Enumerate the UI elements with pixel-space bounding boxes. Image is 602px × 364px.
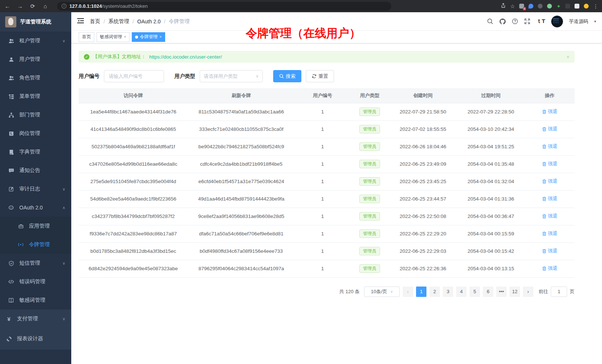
goto-page-input[interactable] [551, 287, 567, 297]
sidebar-item-label: 岗位管理 [19, 130, 65, 137]
actions-cell: 强退 [525, 173, 575, 190]
cmd-extension-icon[interactable] [538, 4, 543, 9]
kite-extension-icon[interactable] [529, 4, 533, 9]
page-button-12[interactable]: 12 [510, 287, 520, 297]
force-logout-button[interactable]: 强退 [542, 230, 557, 237]
goto-suffix: 页 [570, 288, 575, 295]
forward-icon[interactable]: → [16, 3, 24, 9]
sidebar-item-audit[interactable]: 审计日志 ∨ [0, 180, 71, 198]
tab-sensitive-words[interactable]: 敏感词管理 × [96, 32, 130, 42]
sidebar-item-menu[interactable]: 菜单管理 [0, 87, 71, 106]
tab-token-management[interactable]: 令牌管理 × [132, 32, 165, 42]
page-button-5[interactable]: 5 [470, 287, 480, 297]
search-icon[interactable] [487, 18, 493, 24]
sidebar-item-sms[interactable]: 短信管理 ∨ [0, 254, 71, 272]
close-icon[interactable]: × [160, 35, 162, 39]
active-dot-icon [135, 36, 138, 39]
table-row: b0d1785bc3a8482f812db4a3f3bd15ecb0df4980… [79, 242, 575, 260]
menu-kebab-icon[interactable]: ⋮ [593, 3, 598, 9]
tab-label: 敏感词管理 [100, 34, 122, 40]
breadcrumb-oauth[interactable]: OAuth 2.0 [137, 19, 161, 24]
bookmark-star-icon[interactable]: ☆ [510, 3, 515, 9]
share-icon[interactable] [501, 3, 506, 9]
force-logout-button[interactable]: 强退 [542, 213, 557, 219]
help-icon[interactable] [512, 18, 518, 24]
username[interactable]: 芋道源码 [569, 18, 588, 25]
org-icon [8, 112, 14, 118]
sidebar-item-report[interactable]: 报表设计器 [0, 328, 71, 350]
sidebar-item-user[interactable]: 用户管理 [0, 50, 71, 69]
page-button-6[interactable]: 6 [483, 287, 493, 297]
table-row: 54d6be82ee5a460a9aedc1f9bf22365649d1aa46… [79, 190, 575, 208]
reload-icon[interactable]: ⟳ [29, 3, 36, 10]
force-logout-button[interactable]: 强退 [542, 126, 557, 132]
pin-extension-icon[interactable] [565, 4, 570, 9]
force-logout-button[interactable]: 强退 [542, 195, 557, 202]
sidebar-item-oauth-token[interactable]: 令牌管理 [0, 235, 71, 254]
access-token-cell: f9336e7c7dd242a283ee98dc86b17a87 [79, 225, 188, 242]
actions-cell: 强退 [525, 242, 575, 260]
page-button-3[interactable]: 3 [443, 287, 453, 297]
user-type-select[interactable]: 请选择用户类型 ∨ [200, 70, 263, 82]
search-button[interactable]: 搜索 [273, 70, 301, 82]
app-logo[interactable]: 芋道管理系统 [0, 12, 71, 32]
sidepanel-icon[interactable] [575, 4, 579, 9]
tab-home[interactable]: 首页 [79, 32, 94, 42]
force-logout-button[interactable]: 强退 [542, 248, 557, 254]
alert-close-icon[interactable]: × [566, 54, 569, 60]
force-logout-button[interactable]: 强退 [542, 265, 557, 272]
user-id-input[interactable] [104, 70, 164, 82]
sidebar-item-dept[interactable]: 部门管理 [0, 106, 71, 124]
sidebar-item-post[interactable]: 岗位管理 [0, 124, 71, 143]
close-icon[interactable]: × [124, 35, 126, 39]
url-bar[interactable]: i 127.0.0.1:1024/system/oauth2/token [57, 2, 391, 11]
user-avatar[interactable] [551, 16, 563, 27]
page-button-2[interactable]: 2 [429, 287, 440, 297]
created-cell: 2022-06-26 18:04:46 [389, 138, 457, 155]
page-ellipsis[interactable]: ••• [496, 287, 507, 297]
fullscreen-icon[interactable] [524, 18, 530, 24]
sidebar-item-notice[interactable]: 通知公告 [0, 161, 71, 180]
site-info-icon[interactable]: i [62, 4, 66, 9]
sidebar-item-role[interactable]: 角色管理 [0, 69, 71, 87]
user-type-badge: 管理员 [359, 142, 380, 151]
home-icon[interactable]: ⌂ [42, 3, 49, 9]
force-logout-button[interactable]: 强退 [542, 178, 557, 185]
alert-doc-link[interactable]: https://doc.iocoder.cn/user-center/ [149, 54, 222, 60]
table-row: 275e5de9151045fe87cbdc395e004f4de6cfd40e… [79, 173, 575, 190]
access-token-cell: 41c41346a548490f9dc8b01c6bfe0865 [79, 120, 188, 138]
user-id-cell: 1 [295, 173, 350, 190]
force-logout-button[interactable]: 强退 [542, 143, 557, 150]
actions-cell: 强退 [525, 155, 575, 173]
reset-button[interactable]: 重置 [306, 70, 334, 82]
next-page-button[interactable]: › [523, 287, 533, 297]
star-extension-icon[interactable]: ✦ [556, 3, 561, 9]
page-button-1[interactable]: 1 [416, 287, 426, 297]
force-logout-button[interactable]: 强退 [542, 161, 557, 167]
breadcrumb-home[interactable]: 首页 [90, 18, 100, 25]
force-logout-button[interactable]: 强退 [542, 108, 557, 115]
page-size-select[interactable]: 10条/页 ∨ [364, 287, 400, 297]
sidebar-item-errcode[interactable]: 错误码管理 [0, 272, 71, 291]
prev-page-button[interactable]: ‹ [403, 287, 413, 297]
sidebar-collapse-icon[interactable] [77, 18, 84, 25]
back-icon[interactable]: ← [4, 3, 11, 9]
col-refresh-token: 刷新令牌 [188, 88, 295, 103]
caret-down-icon[interactable]: ▾ [594, 19, 596, 23]
sidebar-item-oauth-app[interactable]: 应用管理 [0, 217, 71, 235]
sidebar-item-label: 短信管理 [19, 260, 62, 267]
sidebar-item-dict[interactable]: 字典管理 [0, 143, 71, 161]
tree-icon [8, 93, 14, 99]
github-icon[interactable] [499, 18, 506, 25]
sidebar-item-tenant[interactable]: 租户管理 ∨ [0, 32, 71, 50]
profile-avatar-icon[interactable] [584, 4, 589, 9]
page-button-4[interactable]: 4 [456, 287, 467, 297]
sidebar-item-oauth[interactable]: OAuth 2.0 ∧ [0, 198, 71, 217]
sidebar-item-sensitive[interactable]: 敏感词管理 [0, 291, 71, 310]
font-size-icon[interactable]: ｔT [536, 18, 545, 25]
sidebar-item-pay[interactable]: ¥ 支付管理 ∨ [0, 310, 71, 328]
green-extension-icon[interactable] [547, 4, 552, 9]
extension-badge-icon[interactable]: 9 [519, 4, 524, 9]
breadcrumb-system[interactable]: 系统管理 [108, 18, 129, 25]
extension-count-badge: 9 [523, 7, 526, 10]
